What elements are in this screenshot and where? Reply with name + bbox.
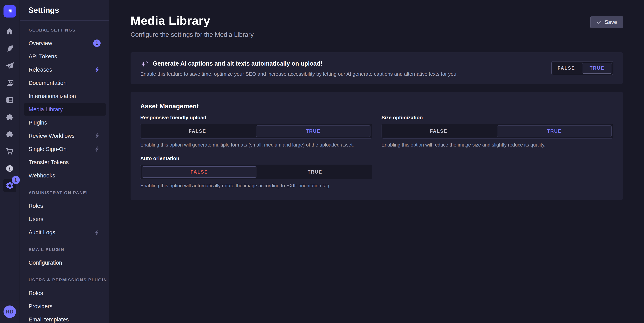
- banner-description: Enable this feature to save time, optimi…: [140, 71, 458, 77]
- section-users-permissions-plugin: USERS & PERMISSIONS PLUGIN: [28, 278, 109, 282]
- banner-title: Generate AI captions and alt texts autom…: [153, 60, 322, 67]
- sidebar-item-admin-roles[interactable]: Roles: [20, 199, 109, 212]
- field-label: Size optimization: [382, 114, 614, 121]
- asset-management-panel: Asset Management Responsive friendly upl…: [130, 92, 623, 200]
- asset-management-grid: Responsive friendly upload FALSE TRUE En…: [140, 114, 613, 188]
- sidebar-item-releases[interactable]: Releases: [20, 63, 109, 76]
- responsive-toggle-false[interactable]: FALSE: [140, 124, 254, 138]
- lightning-icon: [94, 133, 100, 139]
- sidebar-header: Settings: [20, 0, 109, 21]
- section-global-settings: GLOBAL SETTINGS: [28, 28, 109, 33]
- sidebar-item-users[interactable]: Users: [20, 212, 109, 226]
- section-email-plugin: EMAIL PLUGIN: [28, 247, 109, 252]
- sidebar-item-documentation[interactable]: Documentation: [20, 76, 109, 90]
- sidebar-item-single-sign-on[interactable]: Single Sign-On: [20, 142, 109, 156]
- main-content: Media Library Configure the settings for…: [109, 0, 644, 323]
- lightning-icon: [94, 229, 100, 236]
- sidebar-item-review-workflows[interactable]: Review Workflows: [20, 129, 109, 142]
- content-manager-feather-icon[interactable]: [0, 40, 19, 57]
- field-auto-orientation: Auto orientation FALSE TRUE Enabling thi…: [140, 156, 372, 188]
- field-label: Responsive friendly upload: [140, 114, 372, 121]
- settings-active-background: 1: [3, 179, 16, 192]
- size-optimization-toggle: FALSE TRUE: [382, 124, 614, 138]
- sidebar-item-audit-logs[interactable]: Audit Logs: [20, 226, 109, 239]
- save-button[interactable]: Save: [590, 16, 623, 28]
- page-header: Media Library Configure the settings for…: [130, 14, 623, 38]
- plugins-puzzle-icon-2[interactable]: [0, 126, 19, 143]
- field-hint: Enabling this option will generate multi…: [140, 142, 372, 148]
- field-label: Auto orientation: [140, 156, 372, 162]
- rail-divider: [0, 300, 19, 301]
- marketplace-cart-icon[interactable]: [0, 143, 19, 160]
- sidebar-item-api-tokens[interactable]: API Tokens: [20, 50, 109, 63]
- sidebar-item-internationalization[interactable]: Internationalization: [20, 90, 109, 103]
- ai-caption-banner: Generate AI captions and alt texts autom…: [130, 52, 623, 84]
- home-icon[interactable]: [0, 23, 19, 40]
- field-responsive-friendly-upload: Responsive friendly upload FALSE TRUE En…: [140, 114, 372, 148]
- strapi-logo-mark: [6, 8, 14, 15]
- settings-sidebar: Settings GLOBAL SETTINGS Overview 1 API …: [20, 0, 109, 323]
- media-library-pictures-icon[interactable]: [0, 74, 19, 92]
- section-administration-panel: ADMINISTRATION PANEL: [28, 190, 109, 195]
- sidebar-item-media-library[interactable]: Media Library: [24, 103, 106, 116]
- sidebar-item-email-templates[interactable]: Email templates: [20, 313, 109, 323]
- sidebar-item-webhooks[interactable]: Webhooks: [20, 169, 109, 182]
- field-hint: Enabling this option will automatically …: [140, 183, 372, 188]
- icon-rail: 1 RD: [0, 0, 20, 323]
- lightning-icon: [94, 146, 100, 152]
- ai-caption-toggle-true[interactable]: TRUE: [582, 63, 612, 74]
- auto-orientation-toggle-false[interactable]: FALSE: [142, 166, 256, 178]
- banner-content: Generate AI captions and alt texts autom…: [140, 59, 458, 77]
- sidebar-item-configuration[interactable]: Configuration: [20, 256, 109, 269]
- page-subtitle: Configure the settings for the Media Lib…: [130, 31, 623, 38]
- sidebar-item-plugins[interactable]: Plugins: [20, 116, 109, 129]
- settings-gear-icon[interactable]: 1: [0, 177, 19, 194]
- grid-empty-cell: [382, 156, 614, 188]
- responsive-friendly-upload-toggle: FALSE TRUE: [140, 124, 372, 138]
- paper-plane-icon[interactable]: [0, 57, 19, 74]
- field-size-optimization: Size optimization FALSE TRUE Enabling th…: [382, 114, 614, 148]
- auto-orientation-toggle: FALSE TRUE: [140, 164, 372, 180]
- sidebar-item-up-roles[interactable]: Roles: [20, 286, 109, 300]
- content-type-builder-layout-icon[interactable]: [0, 92, 19, 108]
- sparkle-icon: [140, 59, 149, 68]
- user-avatar[interactable]: RD: [4, 306, 16, 318]
- ai-caption-toggle: FALSE TRUE: [552, 61, 613, 75]
- size-optimization-toggle-true[interactable]: TRUE: [497, 126, 612, 137]
- plugins-puzzle-icon[interactable]: [0, 108, 19, 126]
- ai-caption-toggle-false[interactable]: FALSE: [552, 62, 581, 75]
- auto-orientation-toggle-true[interactable]: TRUE: [258, 165, 372, 179]
- overview-badge: 1: [93, 40, 100, 47]
- responsive-toggle-true[interactable]: TRUE: [256, 126, 370, 137]
- asset-management-title: Asset Management: [140, 102, 613, 110]
- sidebar-item-overview[interactable]: Overview 1: [20, 36, 109, 50]
- sidebar-title: Settings: [28, 6, 59, 14]
- rail-bottom: RD: [0, 300, 19, 323]
- page-title: Media Library: [130, 14, 623, 28]
- information-icon[interactable]: [0, 160, 19, 177]
- settings-notification-badge: 1: [12, 176, 20, 184]
- sidebar-item-transfer-tokens[interactable]: Transfer Tokens: [20, 156, 109, 169]
- strapi-logo[interactable]: [4, 5, 16, 18]
- size-optimization-toggle-false[interactable]: FALSE: [382, 124, 496, 138]
- sidebar-item-providers[interactable]: Providers: [20, 300, 109, 313]
- rail-nav: 1: [0, 23, 19, 194]
- lightning-icon: [94, 66, 100, 73]
- field-hint: Enabling this option will reduce the ima…: [382, 142, 614, 148]
- check-icon: [596, 20, 602, 25]
